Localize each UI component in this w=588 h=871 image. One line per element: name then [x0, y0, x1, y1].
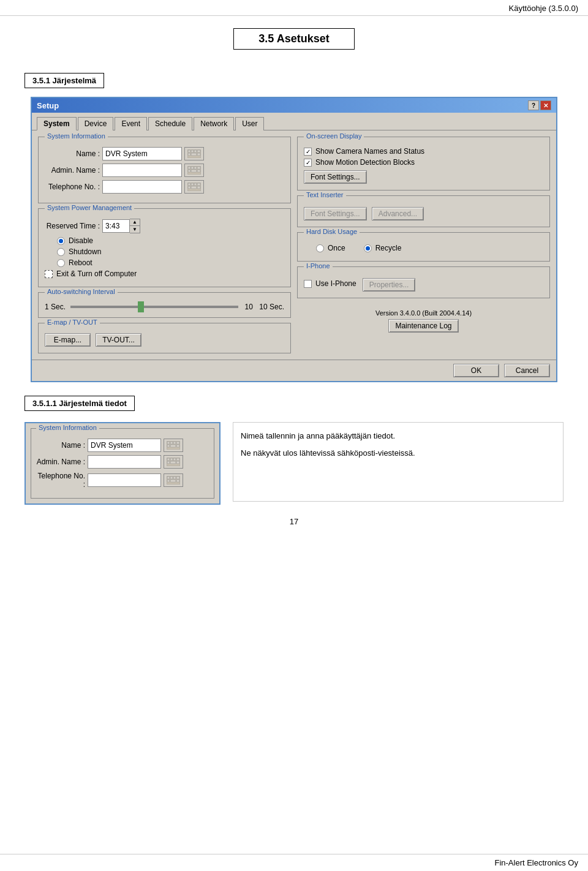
svg-rect-47 — [176, 480, 179, 482]
motion-blocks-checkbox[interactable]: ✓ — [304, 159, 312, 167]
svg-rect-19 — [194, 183, 197, 186]
svg-rect-17 — [188, 183, 190, 186]
admin-input[interactable] — [102, 164, 182, 177]
phone-input[interactable] — [102, 180, 182, 194]
version-text: Version 3.4.0.0 (Built 2004.4.14) — [297, 309, 550, 317]
phone-row: Telephone No. : — [45, 180, 284, 194]
small-admin-keyboard-btn[interactable] — [164, 455, 183, 469]
motion-blocks-row: ✓ Show Motion Detection Blocks — [304, 158, 543, 167]
text-inserter-title: Text Inserter — [304, 191, 346, 198]
tab-system[interactable]: System — [37, 117, 77, 130]
iphone-checkbox[interactable] — [304, 280, 312, 288]
tab-user[interactable]: User — [235, 117, 264, 130]
svg-rect-30 — [170, 445, 176, 447]
description-text1: Nimeä tallennin ja anna pääkäyttäjän tie… — [241, 430, 556, 442]
svg-rect-43 — [173, 477, 176, 479]
iphone-label: Use I-Phone — [315, 279, 356, 288]
svg-rect-7 — [197, 153, 200, 156]
reserved-time-input[interactable] — [102, 219, 130, 233]
footer-text: Fin-Alert Electronics Oy — [494, 858, 578, 867]
section-title-wrapper: 3.5 Asetukset — [24, 28, 564, 62]
spinner-buttons: ▲ ▼ — [130, 219, 140, 233]
small-phone-row: Telephone No. : — [36, 472, 209, 489]
onscreen-font-button[interactable]: Font Settings... — [304, 170, 367, 184]
admin-keyboard-btn[interactable] — [184, 164, 204, 177]
admin-label: Admin. Name : — [45, 166, 100, 175]
spinner-up[interactable]: ▲ — [130, 219, 140, 226]
close-button[interactable]: ✕ — [540, 100, 551, 110]
maintenance-log-button[interactable]: Maintenance Log — [388, 319, 458, 333]
svg-rect-36 — [176, 458, 179, 461]
tab-device[interactable]: Device — [78, 117, 114, 130]
reserved-label: Reserved Time : — [45, 222, 100, 230]
emap-button[interactable]: E-map... — [45, 333, 91, 347]
once-radio-row: Once — [316, 244, 345, 252]
recycle-radio[interactable] — [364, 244, 372, 252]
tab-event[interactable]: Event — [115, 117, 147, 130]
svg-rect-6 — [191, 153, 197, 156]
phone-keyboard-btn[interactable] — [184, 180, 204, 194]
once-radio[interactable] — [316, 244, 324, 252]
reboot-radio[interactable] — [57, 259, 65, 267]
tvout-button[interactable]: TV-OUT... — [96, 333, 141, 347]
auto-switching-title: Auto-switching Interval — [45, 288, 118, 295]
small-admin-input[interactable] — [88, 455, 161, 469]
tabs-row: System Device Event Schedule Network Use… — [32, 113, 556, 130]
shutdown-radio[interactable] — [57, 248, 65, 256]
small-system-window: System Information Name : Admin. Name : — [24, 422, 221, 505]
help-button[interactable]: ? — [528, 100, 539, 110]
small-phone-label: Telephone No. : — [36, 472, 85, 489]
small-phone-input[interactable] — [88, 473, 161, 487]
camera-names-label: Show Camera Names and Status — [315, 147, 424, 156]
description-text2: Ne näkyvät ulos lähtevissä sähköposti-vi… — [241, 447, 556, 459]
tab-network[interactable]: Network — [194, 117, 234, 130]
slider-thumb[interactable] — [138, 301, 144, 312]
cancel-button[interactable]: Cancel — [504, 364, 550, 377]
auto-switching-group: Auto-switching Interval 1 Sec. 10 10 Sec… — [38, 292, 291, 318]
svg-rect-1 — [188, 150, 190, 153]
header-title: Käyttöohje (3.5.0.0) — [509, 4, 578, 13]
ok-button[interactable]: OK — [453, 364, 499, 377]
camera-names-checkbox[interactable]: ✓ — [304, 148, 312, 156]
exit-computer-checkbox[interactable] — [45, 270, 53, 278]
exit-computer-label: Exit & Turn off Computer — [56, 270, 137, 278]
small-name-input[interactable] — [88, 439, 161, 452]
system-info-group: System Information Name : Admin. Name : — [38, 137, 291, 203]
svg-rect-38 — [170, 461, 176, 464]
name-input[interactable] — [102, 147, 182, 160]
power-management-title: System Power Management — [45, 204, 134, 211]
reserved-time-row: Reserved Time : ▲ ▼ — [45, 219, 284, 233]
iphone-check-row: Use I-Phone — [304, 279, 356, 288]
svg-rect-11 — [194, 167, 197, 169]
svg-rect-33 — [167, 458, 170, 461]
svg-rect-46 — [170, 480, 176, 482]
hard-disk-title: Hard Disk Usage — [304, 228, 360, 235]
motion-blocks-label: Show Motion Detection Blocks — [315, 158, 415, 167]
disable-radio[interactable] — [57, 237, 65, 245]
small-system-info-group: System Information Name : Admin. Name : — [31, 428, 214, 499]
svg-rect-5 — [188, 153, 190, 156]
disable-radio-row: Disable — [57, 236, 284, 245]
svg-rect-2 — [191, 150, 194, 153]
text-advanced-button: Advanced... — [372, 207, 424, 221]
slider-max-label: 10 Sec. — [259, 303, 284, 311]
page-number: 17 — [24, 517, 564, 532]
right-panel: On-screen Display ✓ Show Camera Names an… — [297, 137, 550, 353]
svg-rect-35 — [173, 458, 176, 461]
power-management-group: System Power Management Reserved Time : … — [38, 208, 291, 287]
setup-titlebar: Setup ? ✕ — [32, 98, 556, 113]
spinner-down[interactable]: ▼ — [130, 226, 140, 233]
slider-row: 1 Sec. 10 10 Sec. — [45, 303, 284, 311]
text-font-button: Font Settings... — [304, 207, 367, 221]
exit-computer-row: Exit & Turn off Computer — [45, 270, 284, 278]
name-keyboard-btn[interactable] — [184, 147, 204, 160]
system-info-title: System Information — [45, 132, 108, 140]
slider-value: 10 — [243, 303, 254, 311]
svg-rect-10 — [191, 167, 194, 169]
slider-track[interactable] — [70, 306, 238, 308]
tab-schedule[interactable]: Schedule — [148, 117, 192, 130]
small-phone-keyboard-btn[interactable] — [164, 473, 183, 487]
small-name-keyboard-btn[interactable] — [164, 439, 183, 452]
svg-rect-29 — [167, 445, 170, 447]
svg-rect-3 — [194, 150, 197, 153]
